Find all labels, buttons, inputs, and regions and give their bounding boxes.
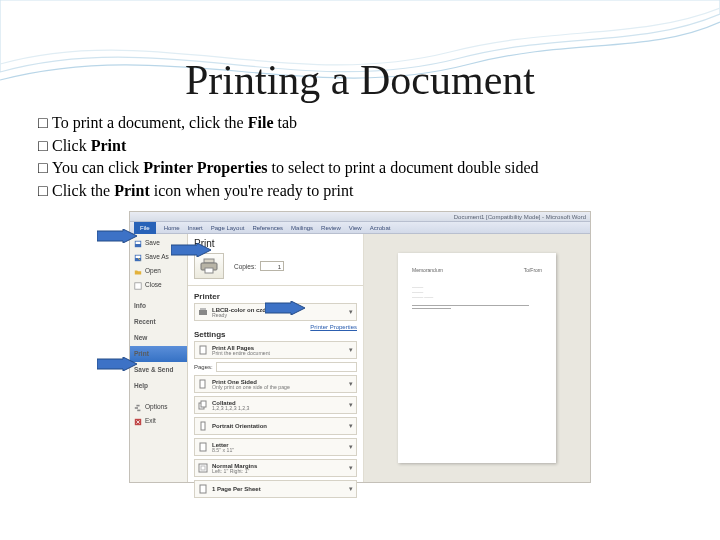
pages-input[interactable] <box>216 362 357 372</box>
svg-rect-24 <box>199 464 207 472</box>
bullet-item: □You can click Printer Properties to sel… <box>38 157 682 179</box>
setting-orientation[interactable]: Portrait Orientation ▾ <box>194 417 357 435</box>
arrow-callout-print-nav <box>97 357 137 371</box>
chevron-down-icon: ▾ <box>349 308 353 316</box>
setting-print-all[interactable]: Print All PagesPrint the entire document… <box>194 341 357 359</box>
ribbon-tabs: File Home Insert Page Layout References … <box>130 222 590 234</box>
nav-new[interactable]: New <box>130 330 187 346</box>
nav-exit[interactable]: Exit <box>130 414 187 428</box>
svg-marker-2 <box>171 243 211 257</box>
svg-rect-13 <box>204 259 214 263</box>
one-sided-icon <box>198 379 208 389</box>
bullet-item: □To print a document, click the File tab <box>38 112 682 134</box>
svg-rect-9 <box>136 405 139 407</box>
svg-marker-1 <box>97 357 137 371</box>
nav-open[interactable]: Open <box>130 264 187 278</box>
setting-paper-size[interactable]: Letter8.5" x 11" ▾ <box>194 438 357 456</box>
nav-save-send[interactable]: Save & Send <box>130 362 187 378</box>
chevron-down-icon: ▾ <box>349 380 353 388</box>
chevron-down-icon: ▾ <box>349 401 353 409</box>
embedded-screenshot: Document1 [Compatibility Mode] - Microso… <box>129 211 591 483</box>
options-icon <box>134 403 142 411</box>
svg-rect-16 <box>199 310 207 315</box>
bullet-list: □To print a document, click the File tab… <box>38 112 682 201</box>
svg-rect-15 <box>205 268 213 273</box>
exit-icon <box>134 417 142 425</box>
collated-icon <box>198 400 208 410</box>
arrow-callout-file <box>97 229 137 243</box>
settings-section-heading: Settings <box>194 330 357 339</box>
svg-marker-0 <box>97 229 137 243</box>
portrait-icon <box>198 421 208 431</box>
backstage-nav: Save Save As Open Close Info Recent New … <box>130 234 188 482</box>
tab-page-layout[interactable]: Page Layout <box>211 225 245 231</box>
print-heading: Print <box>194 238 357 249</box>
paper-icon <box>198 442 208 452</box>
svg-rect-17 <box>200 308 206 310</box>
preview-header-left: Memorandum <box>412 267 443 273</box>
nav-help[interactable]: Help <box>130 378 187 394</box>
preview-page: Memorandum To/From _______________ ____ <box>398 253 556 463</box>
svg-rect-8 <box>135 283 141 289</box>
svg-rect-19 <box>200 380 205 388</box>
chevron-down-icon: ▾ <box>349 443 353 451</box>
bullet-item: □Click the Print icon when you're ready … <box>38 180 682 202</box>
printer-section-heading: Printer <box>194 292 357 301</box>
chevron-down-icon: ▾ <box>349 485 353 493</box>
svg-rect-22 <box>201 422 205 430</box>
close-icon <box>134 281 142 289</box>
nav-print[interactable]: Print <box>130 346 187 362</box>
bullet-item: □Click Print <box>38 135 682 157</box>
setting-collated[interactable]: Collated1,2,3 1,2,3 1,2,3 ▾ <box>194 396 357 414</box>
svg-marker-3 <box>265 301 305 315</box>
arrow-callout-printer-props <box>265 301 305 315</box>
setting-pages-per-sheet[interactable]: 1 Page Per Sheet ▾ <box>194 480 357 498</box>
svg-rect-21 <box>201 401 206 407</box>
nav-recent[interactable]: Recent <box>130 314 187 330</box>
per-sheet-icon <box>198 484 208 494</box>
nav-options[interactable]: Options <box>130 400 187 414</box>
printer-icon <box>200 258 218 274</box>
open-icon <box>134 267 142 275</box>
nav-close[interactable]: Close <box>130 278 187 292</box>
chevron-down-icon: ▾ <box>349 464 353 472</box>
preview-header-right: To/From <box>524 267 542 273</box>
tab-references[interactable]: References <box>252 225 283 231</box>
tab-view[interactable]: View <box>349 225 362 231</box>
save-as-icon <box>134 253 142 261</box>
copies-label: Copies: <box>234 263 256 270</box>
chevron-down-icon: ▾ <box>349 422 353 430</box>
svg-rect-7 <box>136 256 141 258</box>
tab-acrobat[interactable]: Acrobat <box>370 225 391 231</box>
setting-margins[interactable]: Normal MarginsLeft: 1" Right: 1" ▾ <box>194 459 357 477</box>
nav-info[interactable]: Info <box>130 298 187 314</box>
svg-rect-10 <box>135 408 138 410</box>
tab-review[interactable]: Review <box>321 225 341 231</box>
print-pane: Print Copies: 1 Printer LBCB-color on cz… <box>188 234 364 482</box>
tab-insert[interactable]: Insert <box>188 225 203 231</box>
margins-icon <box>198 463 208 473</box>
copies-input[interactable]: 1 <box>260 261 284 271</box>
slide-title: Printing a Document <box>38 56 682 104</box>
svg-rect-23 <box>200 443 206 451</box>
svg-rect-11 <box>137 410 140 412</box>
pages-label: Pages: <box>194 364 213 370</box>
tab-file[interactable]: File <box>134 222 156 234</box>
setting-one-sided[interactable]: Print One SidedOnly print on one side of… <box>194 375 357 393</box>
chevron-down-icon: ▾ <box>349 346 353 354</box>
svg-rect-26 <box>200 485 206 493</box>
pages-icon <box>198 345 208 355</box>
printer-icon <box>198 307 208 317</box>
word-titlebar: Document1 [Compatibility Mode] - Microso… <box>130 212 590 222</box>
svg-rect-18 <box>200 346 206 354</box>
tab-home[interactable]: Home <box>164 225 180 231</box>
tab-mailings[interactable]: Mailings <box>291 225 313 231</box>
arrow-callout-print-button <box>171 243 211 257</box>
print-preview-pane: Memorandum To/From _______________ ____ <box>364 234 590 482</box>
